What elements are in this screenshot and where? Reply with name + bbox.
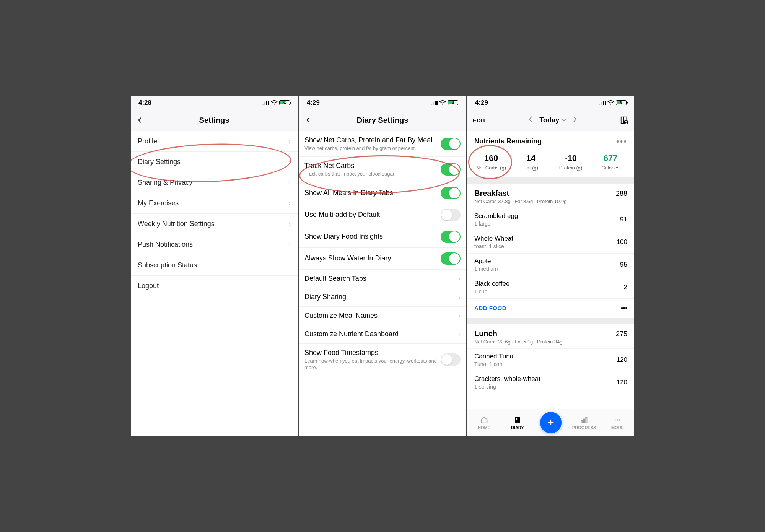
back-button[interactable]	[304, 114, 315, 126]
diary-setting-row[interactable]: Show All Meals In Diary Tabs	[299, 182, 466, 204]
status-time: 4:29	[307, 99, 320, 107]
signal-icon	[431, 101, 438, 105]
summary-icon[interactable]	[620, 116, 629, 125]
food-calories: 120	[617, 356, 627, 364]
more-options-button[interactable]: •••	[616, 137, 627, 146]
diary-setting-row[interactable]: Show Net Carbs, Protein and Fat By MealV…	[299, 131, 466, 157]
row-text: Use Multi-add by Default	[304, 210, 441, 219]
food-item[interactable]: Crackers, whole-wheat1 serving120	[467, 371, 634, 394]
settings-item[interactable]: Weekly Nutrition Settings›	[131, 214, 298, 234]
food-name: Crackers, whole-wheat	[474, 375, 617, 383]
food-detail: Tuna, 1 can	[474, 361, 617, 367]
meals-list: Breakfast288Net Carbs 37.8g · Fat 8.6g ·…	[467, 184, 634, 409]
add-food-row: ADD FOOD•••	[467, 298, 634, 318]
svg-rect-9	[601, 102, 602, 105]
svg-point-22	[619, 419, 620, 420]
settings-item-label: Subscription Status	[138, 261, 291, 269]
toggle-switch[interactable]	[441, 138, 461, 150]
meal-macros: Net Carbs 37.8g · Fat 8.6g · Protein 10.…	[474, 198, 627, 204]
food-name: Whole Wheat	[474, 235, 617, 242]
toggle-switch[interactable]	[441, 209, 461, 221]
row-text: Show Net Carbs, Protein and Fat By MealV…	[304, 136, 441, 152]
settings-item[interactable]: Logout	[131, 276, 298, 296]
svg-rect-16	[516, 418, 517, 420]
settings-item-label: Weekly Nutrition Settings	[138, 220, 288, 228]
header: Settings	[131, 110, 298, 131]
edit-button[interactable]: EDIT	[473, 117, 486, 124]
tab-progress[interactable]: PROGRESS	[568, 415, 601, 430]
diary-setting-row[interactable]: Show Diary Food Insights	[299, 226, 466, 248]
date-dropdown[interactable]: Today	[539, 116, 566, 124]
row-text: Always Show Water In Diary	[304, 254, 441, 263]
diary-setting-row[interactable]: Use Multi-add by Default	[299, 204, 466, 226]
chevron-down-icon	[562, 119, 566, 122]
svg-rect-4	[431, 104, 432, 105]
food-info: Crackers, whole-wheat1 serving	[474, 375, 617, 390]
diary-setting-row[interactable]: Customize Meal Names›	[299, 307, 466, 325]
svg-point-20	[615, 419, 616, 420]
row-title: Show Diary Food Insights	[304, 232, 438, 241]
diary-setting-row[interactable]: Track Net CarbsTrack carbs that impact y…	[299, 157, 466, 182]
diary-setting-row[interactable]: Default Search Tabs›	[299, 270, 466, 288]
meal-header[interactable]: Lunch275Net Carbs 22.6g · Fat 5.1g · Pro…	[467, 324, 634, 348]
next-day-button[interactable]	[573, 116, 577, 124]
toggle-switch[interactable]	[441, 231, 461, 243]
more-icon	[613, 415, 622, 425]
tab-label: MORE	[611, 425, 624, 430]
svg-rect-6	[435, 101, 436, 105]
food-detail: 1 serving	[474, 384, 617, 390]
header: Diary Settings	[299, 110, 466, 131]
settings-item[interactable]: Sharing & Privacy›	[131, 172, 298, 193]
settings-item[interactable]: My Exercises›	[131, 193, 298, 214]
food-detail: 1 large	[474, 221, 620, 227]
meal-more-button[interactable]: •••	[621, 305, 627, 312]
settings-item[interactable]: Profile›	[131, 131, 298, 152]
food-item[interactable]: Whole Wheattoast, 1 slice100	[467, 231, 634, 253]
row-text: Default Search Tabs	[304, 274, 458, 283]
add-food-button[interactable]: ADD FOOD	[474, 305, 621, 311]
food-item[interactable]: Black coffee1 cup2	[467, 276, 634, 298]
settings-item[interactable]: Diary Settings›	[131, 152, 298, 172]
tab-home[interactable]: HOME	[467, 415, 501, 430]
row-text: Show All Meals In Diary Tabs	[304, 189, 441, 197]
tab-more[interactable]: MORE	[601, 415, 634, 430]
row-title: Track Net Carbs	[304, 161, 438, 170]
row-title: Show Net Carbs, Protein and Fat By Meal	[304, 136, 438, 145]
settings-item[interactable]: Subscription Status	[131, 255, 298, 276]
row-subtitle: Track carbs that impact your blood sugar	[304, 171, 438, 177]
prev-day-button[interactable]	[529, 116, 532, 124]
settings-item[interactable]: Push Notifications›	[131, 234, 298, 255]
food-item[interactable]: Apple1 medium95	[467, 253, 634, 276]
row-title: Always Show Water In Diary	[304, 254, 438, 263]
row-text: Show Diary Food Insights	[304, 232, 441, 241]
diary-setting-row[interactable]: Show Food TimestampsLearn how when you e…	[299, 344, 466, 376]
add-button[interactable]: +	[540, 412, 562, 433]
nutrient-value: 160	[471, 153, 511, 163]
diary-setting-row[interactable]: Always Show Water In Diary	[299, 248, 466, 270]
food-name: Scrambled egg	[474, 212, 620, 220]
toggle-switch[interactable]	[441, 163, 461, 176]
svg-rect-3	[268, 101, 269, 105]
toggle-switch[interactable]	[441, 252, 461, 265]
divider	[467, 177, 634, 184]
meal-name: Lunch	[474, 329, 616, 338]
toggle-switch[interactable]	[441, 353, 461, 366]
chevron-right-icon: ›	[288, 199, 291, 207]
food-item[interactable]: Canned TunaTuna, 1 can120	[467, 348, 634, 371]
toggle-switch[interactable]	[441, 187, 461, 199]
chevron-right-icon: ›	[288, 220, 291, 228]
diary-setting-row[interactable]: Customize Nutrient Dashboard›	[299, 325, 466, 343]
tab-add[interactable]: +	[534, 412, 567, 433]
nutrients-title: Nutrients Remaining	[474, 137, 542, 145]
diary-setting-row[interactable]: Diary Sharing›	[299, 288, 466, 306]
status-time: 4:28	[138, 99, 151, 107]
food-item[interactable]: Scrambled egg1 large91	[467, 208, 634, 231]
settings-item-label: Push Notifications	[138, 241, 288, 249]
diary-settings-list: Show Net Carbs, Protein and Fat By MealV…	[299, 131, 466, 436]
tab-label: HOME	[478, 425, 490, 430]
meal-header[interactable]: Breakfast288Net Carbs 37.8g · Fat 8.6g ·…	[467, 184, 634, 208]
tab-diary[interactable]: DIARY	[501, 415, 534, 430]
row-subtitle: Learn how when you eat impacts your ener…	[304, 358, 438, 371]
chevron-right-icon: ›	[288, 158, 291, 166]
back-button[interactable]	[135, 114, 147, 126]
